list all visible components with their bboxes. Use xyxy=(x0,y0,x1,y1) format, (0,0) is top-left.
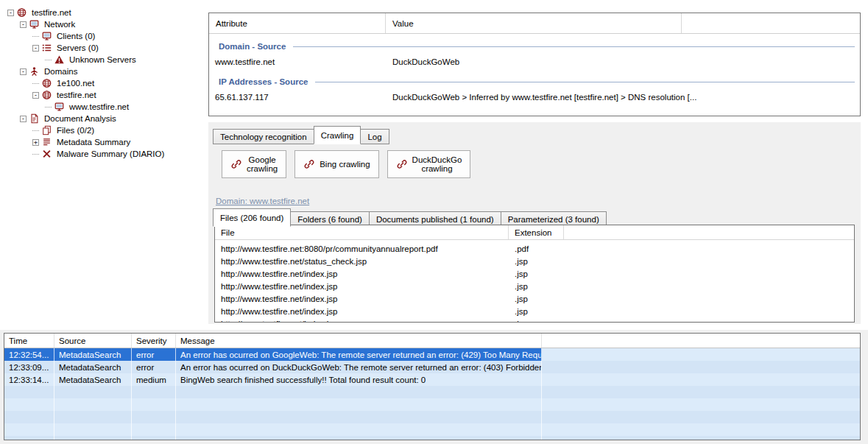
log-row-empty[interactable] xyxy=(4,411,860,423)
log-row-empty[interactable] xyxy=(4,386,860,398)
attr-row[interactable]: 65.61.137.117DuckDuckGoWeb > Inferred by… xyxy=(209,89,860,105)
tree-connector xyxy=(45,107,52,108)
file-url: http://www.testfire.net/index.jsp xyxy=(215,307,509,316)
log-cell xyxy=(176,386,542,398)
tree-item-files-0-2[interactable]: Files (0/2) xyxy=(7,124,203,136)
files-column-extension[interactable]: Extension xyxy=(509,225,564,239)
attr-column-attribute[interactable]: Attribute xyxy=(209,13,386,33)
log-cell xyxy=(4,436,54,440)
domain-link[interactable]: Domain: www.testfire.net xyxy=(216,197,309,205)
file-row[interactable]: http://www.testfire.net/index.jsp.jsp xyxy=(215,267,854,280)
tree-indent xyxy=(7,83,32,84)
tree-item-label: Malware Summary (DIARIO) xyxy=(55,149,166,158)
log-cell: BingWeb search finished successfully!! T… xyxy=(176,373,542,386)
log-cell xyxy=(132,386,176,398)
log-cell: An error has ocurred on GoogleWeb: The r… xyxy=(176,348,542,361)
tree-item-clients-0[interactable]: Clients (0) xyxy=(7,30,203,42)
tree-item-label: 1e100.net xyxy=(55,79,96,88)
tree-indent xyxy=(7,71,20,72)
file-extension: .jsp xyxy=(509,269,564,278)
attr-section-ip-addresses-source: IP Addresses - Source xyxy=(209,74,860,89)
tree-item-testfire-net[interactable]: -testfire.net xyxy=(7,7,203,18)
main-tab-strip: Technology recognitionCrawlingLog xyxy=(213,126,389,144)
tree-collapse-icon[interactable]: - xyxy=(32,45,39,52)
tree-collapse-icon[interactable]: - xyxy=(20,68,27,75)
log-cell xyxy=(54,386,132,398)
log-cell xyxy=(4,398,54,411)
file-row[interactable]: http://www.testfire.net:8080/pr/communit… xyxy=(215,242,854,255)
file-row[interactable]: http://www.testfire.net/index.jsp.jsp xyxy=(215,280,854,292)
google-crawling-button[interactable]: Googlecrawling xyxy=(222,150,286,178)
monitor-icon xyxy=(41,31,52,41)
tree-collapse-icon[interactable]: - xyxy=(32,92,39,99)
tab-log[interactable]: Log xyxy=(360,129,389,144)
log-table-header: TimeSourceSeverityMessage xyxy=(4,334,860,348)
log-cell-spacer xyxy=(542,348,860,361)
log-column-spacer xyxy=(542,334,860,348)
log-table-body: 12:32:54...MetadataSearcherrorAn error h… xyxy=(4,348,860,440)
attr-value: DuckDuckGoWeb xyxy=(386,57,860,66)
log-row[interactable]: 12:33:14...MetadataSearchmediumBingWeb s… xyxy=(4,373,860,386)
log-row[interactable]: 12:32:54...MetadataSearcherrorAn error h… xyxy=(4,348,860,361)
tree-item-testfire-net[interactable]: -testfire.net xyxy=(7,89,203,101)
log-column-time[interactable]: Time xyxy=(4,334,54,348)
log-cell: error xyxy=(132,348,176,361)
log-cell xyxy=(132,411,176,423)
file-row[interactable]: http://www.testfire.net/index.jsp.jsp xyxy=(215,305,854,317)
log-cell xyxy=(176,411,542,423)
file-extension: .pdf xyxy=(509,244,564,253)
tree-item-metadata-summary[interactable]: +Metadata Summary xyxy=(7,136,203,148)
tree-item-document-analysis[interactable]: -Document Analysis xyxy=(7,113,203,124)
bing-crawling-button[interactable]: Bing crawling xyxy=(294,150,378,178)
tree-item-www-testfire-net[interactable]: www.testfire.net xyxy=(7,101,203,113)
tree-collapse-icon[interactable]: - xyxy=(20,116,27,122)
button-label: Googlecrawling xyxy=(247,155,278,173)
attr-row[interactable]: www.testfire.netDuckDuckGoWeb xyxy=(209,54,860,69)
file-row[interactable]: http://www.testfire.net/index.jsp.jsp xyxy=(215,292,854,305)
log-column-message[interactable]: Message xyxy=(176,334,542,348)
subtab-files-206-found[interactable]: Files (206 found) xyxy=(213,208,291,227)
log-column-source[interactable]: Source xyxy=(54,334,132,348)
tree-item-servers-0[interactable]: -Servers (0) xyxy=(7,42,203,54)
file-extension: .jsp xyxy=(509,295,564,303)
tree-item-unknown-servers[interactable]: Unknown Servers xyxy=(7,54,203,66)
tree-expand-icon[interactable]: + xyxy=(32,139,39,146)
tab-crawling[interactable]: Crawling xyxy=(314,126,361,144)
attr-name: www.testfire.net xyxy=(209,57,386,66)
log-cell: 12:33:09... xyxy=(4,361,54,373)
button-label: DuckDuckGocrawling xyxy=(412,155,462,173)
log-cell xyxy=(4,386,54,398)
list-icon xyxy=(41,43,52,53)
log-cell-spacer xyxy=(542,386,860,398)
log-cell: MetadataSearch xyxy=(54,348,132,361)
tree-item-domains[interactable]: -Domains xyxy=(7,66,203,77)
tree-item-1e100-net[interactable]: 1e100.net xyxy=(7,77,203,89)
tree-collapse-icon[interactable]: - xyxy=(7,10,14,16)
file-url: http://www.testfire.net/status_check.jsp xyxy=(215,257,509,266)
log-cell: error xyxy=(132,361,176,373)
tree-indent xyxy=(7,95,32,96)
log-cell xyxy=(54,411,132,423)
attr-value: DuckDuckGoWeb > Inferred by www.testfire… xyxy=(386,93,860,102)
tab-technology-recognition[interactable]: Technology recognition xyxy=(213,129,314,144)
file-extension: .jsp xyxy=(509,320,564,323)
log-row-empty[interactable] xyxy=(4,398,860,411)
tree-item-malware-summary-diario[interactable]: Malware Summary (DIARIO) xyxy=(7,148,203,160)
section-rule xyxy=(293,46,855,47)
globe-icon xyxy=(41,78,52,88)
tree-item-label: Unknown Servers xyxy=(68,55,138,64)
log-row[interactable]: 12:33:09...MetadataSearcherrorAn error h… xyxy=(4,361,860,373)
tree-connector xyxy=(32,36,39,37)
tree-collapse-icon[interactable]: - xyxy=(20,21,27,28)
file-row[interactable]: http://www.testfire.net/status_check.jsp… xyxy=(215,255,854,267)
log-column-severity[interactable]: Severity xyxy=(132,334,176,348)
duckduckgo-crawling-button[interactable]: DuckDuckGocrawling xyxy=(387,150,471,178)
monitor-icon xyxy=(54,102,65,112)
file-row[interactable]: http://www.testfire.net/index.jsp.jsp xyxy=(215,317,854,323)
person-icon xyxy=(29,66,40,77)
log-row-empty[interactable] xyxy=(4,423,860,436)
log-row-empty[interactable] xyxy=(4,436,860,440)
attr-column-value[interactable]: Value xyxy=(386,13,682,33)
files-column-file[interactable]: File xyxy=(215,225,509,239)
tree-item-network[interactable]: -Network xyxy=(7,18,203,30)
